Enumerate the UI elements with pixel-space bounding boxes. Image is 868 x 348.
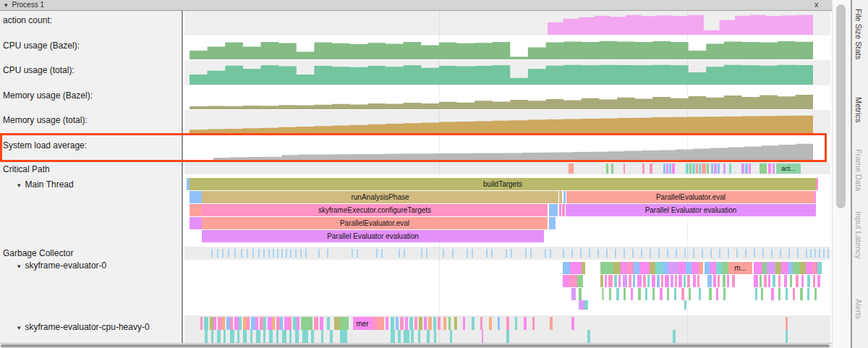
gc-tick[interactable] xyxy=(258,249,260,258)
horizontal-scrollbar-thumb[interactable] xyxy=(1,344,830,347)
evaluator0-slice[interactable] xyxy=(645,288,647,300)
gc-tick[interactable] xyxy=(327,249,328,258)
gc-tick[interactable] xyxy=(530,249,532,258)
cpu-heavy-slice[interactable] xyxy=(443,317,446,330)
evaluator0-slice[interactable] xyxy=(623,275,627,287)
evaluator0-slice[interactable] xyxy=(569,275,577,287)
main-thread-slice[interactable] xyxy=(190,191,202,203)
critical-path-tick[interactable] xyxy=(741,164,744,174)
evaluator0-slice[interactable] xyxy=(778,275,780,287)
gc-tick[interactable] xyxy=(580,249,582,258)
evaluator0-slice[interactable] xyxy=(681,288,684,300)
evaluator0-slice[interactable] xyxy=(675,275,677,287)
cpu-heavy-slice[interactable] xyxy=(400,317,404,330)
evaluator0-slice[interactable] xyxy=(571,288,576,300)
main-thread-slice[interactable] xyxy=(549,204,558,216)
evaluator0-slice[interactable] xyxy=(773,275,775,287)
evaluator0-slice[interactable] xyxy=(793,262,800,274)
gc-tick[interactable] xyxy=(702,249,703,258)
evaluator0-slice[interactable] xyxy=(652,275,655,287)
evaluator0-slice[interactable] xyxy=(616,288,619,300)
cpu-heavy-slice[interactable] xyxy=(427,330,430,343)
evaluator0-slice[interactable] xyxy=(697,275,699,287)
gc-tick[interactable] xyxy=(234,249,236,258)
critical-path-tick[interactable] xyxy=(569,164,574,174)
cpu-heavy-slice[interactable] xyxy=(239,317,242,330)
critical-path-tick[interactable] xyxy=(611,164,613,174)
cpu-heavy-slice[interactable] xyxy=(424,317,427,330)
cpu-heavy-slice[interactable] xyxy=(372,317,378,330)
cpu-heavy-slice[interactable] xyxy=(386,317,388,330)
cpu-heavy-slice[interactable] xyxy=(571,317,574,330)
cpu-heavy-slice[interactable] xyxy=(269,330,273,343)
gc-tick[interactable] xyxy=(806,249,807,258)
gc-tick[interactable] xyxy=(404,249,405,258)
evaluator0-slice[interactable] xyxy=(800,262,806,274)
evaluator0-slice[interactable] xyxy=(614,275,617,287)
cpu-heavy-slice[interactable] xyxy=(411,330,414,343)
main-thread-slice[interactable]: buildTargets xyxy=(190,178,816,190)
critical-path-tick[interactable] xyxy=(663,164,665,174)
gc-tick[interactable] xyxy=(754,249,755,258)
cpu-heavy-slice[interactable] xyxy=(217,330,221,343)
cpu-heavy-slice[interactable] xyxy=(330,330,333,343)
gc-tick[interactable] xyxy=(211,249,213,258)
evaluator0-slice[interactable]: m... xyxy=(728,262,752,274)
critical-path-tick[interactable] xyxy=(669,164,671,174)
gc-tick[interactable] xyxy=(632,249,634,258)
gc-tick[interactable] xyxy=(399,249,400,258)
main-thread-slice[interactable] xyxy=(559,204,561,216)
evaluator0-slice[interactable] xyxy=(613,262,621,274)
evaluator0-slice[interactable] xyxy=(684,300,686,310)
gc-tick[interactable] xyxy=(814,249,816,258)
evaluator0-slice[interactable] xyxy=(629,275,631,287)
cpu-heavy-slice[interactable] xyxy=(272,317,275,330)
gc-tick[interactable] xyxy=(506,249,507,258)
gc-tick[interactable] xyxy=(615,249,616,258)
main-thread-slice[interactable] xyxy=(559,191,562,203)
gc-tick[interactable] xyxy=(318,249,320,258)
evaluator0-slice[interactable] xyxy=(678,275,682,287)
cpu-heavy-slice[interactable] xyxy=(321,330,323,343)
gc-tick[interactable] xyxy=(736,249,738,258)
gc-tick[interactable] xyxy=(550,249,551,258)
critical-path-tick[interactable] xyxy=(699,164,701,174)
critical-path-tick[interactable] xyxy=(711,164,713,174)
cpu-heavy-slice[interactable] xyxy=(378,317,384,330)
cpu-heavy-slice[interactable] xyxy=(506,317,509,330)
evaluator0-slice[interactable] xyxy=(570,262,582,274)
critical-path-tick[interactable] xyxy=(768,164,771,174)
cpu-heavy-slice[interactable] xyxy=(472,317,475,330)
gc-tick[interactable] xyxy=(710,249,712,258)
cpu-heavy-slice[interactable] xyxy=(243,330,247,343)
evaluator0-slice[interactable] xyxy=(579,300,584,310)
main-thread-slice[interactable] xyxy=(814,191,816,203)
gc-tick[interactable] xyxy=(357,249,358,258)
cpu-heavy-slice[interactable] xyxy=(448,317,451,330)
collapse-triangle-icon[interactable]: ▾ xyxy=(17,324,21,331)
critical-path-tick[interactable] xyxy=(714,164,717,174)
gc-tick[interactable] xyxy=(263,249,265,258)
critical-path-tick[interactable] xyxy=(696,164,698,174)
tab-metrics[interactable]: Metrics xyxy=(854,97,863,122)
evaluator0-slice[interactable] xyxy=(600,275,603,287)
gc-tick[interactable] xyxy=(467,249,468,258)
cpu-heavy-slice[interactable] xyxy=(205,330,208,343)
cpu-heavy-slice[interactable] xyxy=(463,317,465,330)
gc-tick[interactable] xyxy=(525,249,527,258)
counter-area-chart[interactable] xyxy=(548,12,813,35)
gc-tick[interactable] xyxy=(491,249,493,258)
evaluator0-slice[interactable] xyxy=(621,262,626,274)
evaluator0-slice[interactable] xyxy=(699,288,701,300)
gc-tick[interactable] xyxy=(571,249,573,258)
critical-path-tick[interactable] xyxy=(760,164,767,174)
main-thread-slice[interactable]: Parallel Evaluator evaluation xyxy=(202,230,544,242)
evaluator0-slice[interactable] xyxy=(600,262,613,274)
cpu-heavy-slice[interactable] xyxy=(418,330,420,343)
counter-area-chart[interactable] xyxy=(190,112,813,135)
gc-tick[interactable] xyxy=(641,249,642,258)
critical-path-tick[interactable] xyxy=(642,164,644,174)
evaluator0-slice[interactable] xyxy=(801,275,804,287)
cpu-heavy-slice[interactable] xyxy=(524,317,527,330)
cpu-heavy-slice[interactable] xyxy=(482,330,483,343)
